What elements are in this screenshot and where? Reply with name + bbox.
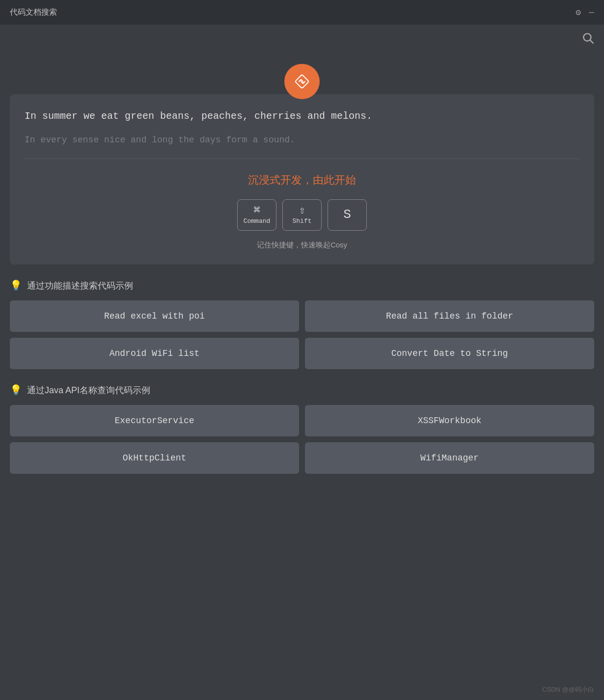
functional-section-header: 💡 通过功能描述搜索代码示例 <box>10 279 594 292</box>
key-command-symbol: ⌘ <box>253 206 260 216</box>
key-shift-label: Shift <box>292 217 311 225</box>
btn-okhttp-client[interactable]: OkHttpClient <box>10 442 299 474</box>
btn-read-files[interactable]: Read all files in folder <box>305 300 594 332</box>
key-shift: ⇧ Shift <box>282 199 322 231</box>
key-s: S <box>328 199 367 231</box>
search-bar-area <box>0 25 604 54</box>
shortcut-section: 沉浸式开发，由此开始 ⌘ Command ⇧ Shift S 记住快捷键，快速唤… <box>25 173 579 265</box>
app-title: 代码文档搜索 <box>10 7 57 18</box>
shortcut-hint: 记住快捷键，快速唤起Cosy <box>257 241 347 250</box>
bulb-icon-api: 💡 <box>10 384 22 396</box>
functional-section-title: 通过功能描述搜索代码示例 <box>27 280 133 292</box>
logo-icon <box>293 72 311 91</box>
settings-icon[interactable]: ⚙ <box>576 7 581 18</box>
card-divider <box>25 159 579 159</box>
btn-android-wifi[interactable]: Android WiFi list <box>10 338 299 369</box>
card-container: In summer we eat green beans, peaches, c… <box>10 94 594 265</box>
main-content: In summer we eat green beans, peaches, c… <box>0 54 604 265</box>
quote-secondary: In every sense nice and long the days fo… <box>25 134 579 147</box>
title-bar-right: ⚙ — <box>576 7 594 18</box>
minimize-icon[interactable]: — <box>589 7 594 17</box>
shortcut-title: 沉浸式开发，由此开始 <box>248 173 356 188</box>
title-bar-left: 代码文档搜索 <box>10 7 57 18</box>
key-command: ⌘ Command <box>237 199 276 231</box>
logo-circle <box>284 64 320 99</box>
search-icon[interactable] <box>581 31 594 48</box>
api-section-header: 💡 通过Java API名称查询代码示例 <box>10 384 594 396</box>
key-shift-symbol: ⇧ <box>299 206 305 216</box>
api-buttons-grid: ExecutorService XSSFWorkbook OkHttpClien… <box>10 405 594 474</box>
title-bar: 代码文档搜索 ⚙ — <box>0 0 604 25</box>
functional-section: 💡 通过功能描述搜索代码示例 Read excel with poi Read … <box>0 265 604 474</box>
functional-buttons-grid: Read excel with poi Read all files in fo… <box>10 300 594 369</box>
btn-read-excel[interactable]: Read excel with poi <box>10 300 299 332</box>
btn-convert-date[interactable]: Convert Date to String <box>305 338 594 369</box>
footer-watermark: CSDN @@码小白 <box>542 685 594 694</box>
btn-xssf-workbook[interactable]: XSSFWorkbook <box>305 405 594 436</box>
quote-primary: In summer we eat green beans, peaches, c… <box>25 109 579 124</box>
bulb-icon-functional: 💡 <box>10 279 22 292</box>
key-command-label: Command <box>244 217 271 225</box>
btn-wifi-manager[interactable]: WifiManager <box>305 442 594 474</box>
api-section-title: 通过Java API名称查询代码示例 <box>27 384 150 396</box>
svg-rect-2 <box>295 75 309 88</box>
svg-line-1 <box>590 40 593 43</box>
key-s-symbol: S <box>343 208 351 221</box>
btn-executor-service[interactable]: ExecutorService <box>10 405 299 436</box>
keys-row: ⌘ Command ⇧ Shift S <box>237 199 367 231</box>
